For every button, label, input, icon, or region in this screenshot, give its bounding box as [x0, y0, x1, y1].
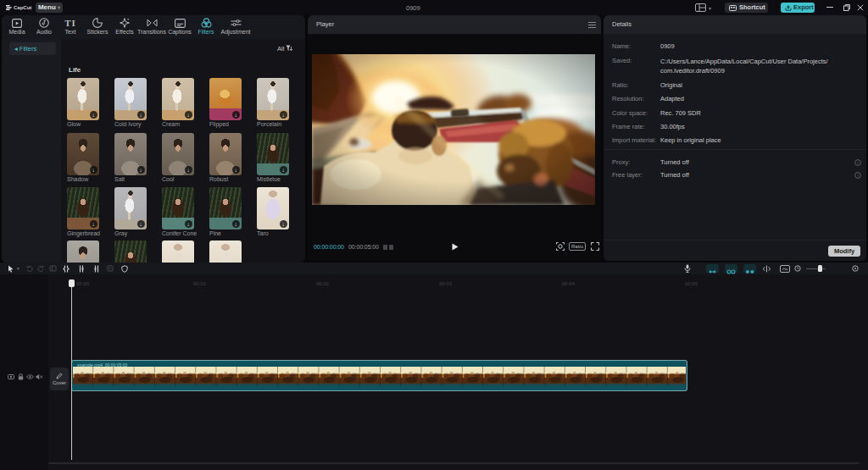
svg-text:i: i — [857, 160, 858, 165]
svg-text:i: i — [857, 173, 858, 178]
